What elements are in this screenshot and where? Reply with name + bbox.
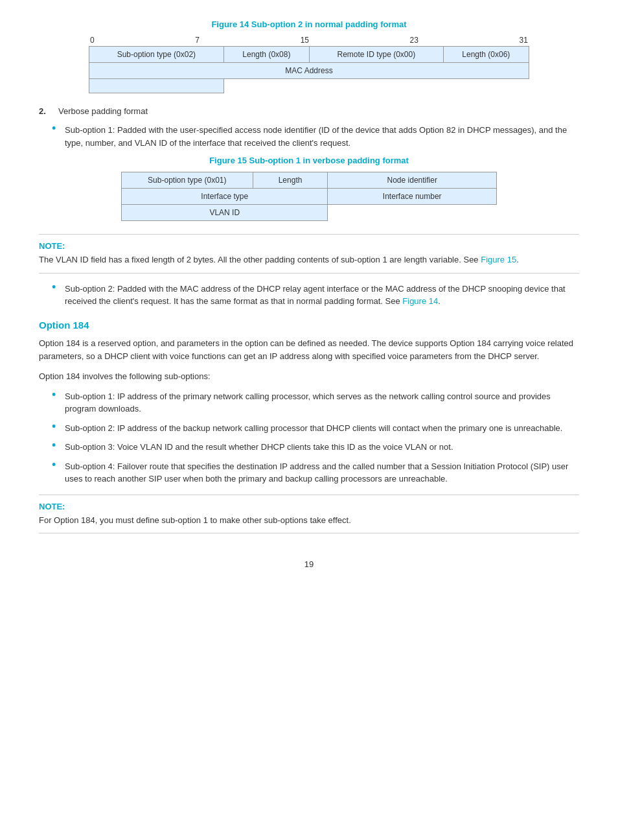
- fig14-row2: MAC Address: [89, 63, 529, 79]
- figure15-title: Figure 15 Sub-option 1 in verbose paddin…: [39, 156, 579, 165]
- figure14-ruler: 0 7 15 23 31: [89, 36, 529, 45]
- bullet-184-2-text: Sub-option 2: IP address of the backup n…: [65, 422, 579, 435]
- fig14-mac-cell: MAC Address: [89, 63, 529, 79]
- bullet-dot-184-3: •: [52, 439, 61, 451]
- bullet-suboption184-1: • Sub-option 1: IP address of the primar…: [39, 390, 579, 415]
- numbered-item-2: 2. Verbose padding format: [39, 106, 579, 116]
- fig14-row1: Sub-option type (0x02) Length (0x08) Rem…: [89, 47, 529, 63]
- bullet-dot-184-4: •: [52, 459, 61, 471]
- bullet-verbose-text: Sub-option 1: Padded with the user-speci…: [65, 124, 579, 149]
- note2-label: NOTE:: [39, 502, 579, 511]
- bullet-dot-184-2: •: [52, 421, 61, 432]
- figure14-wrap: 0 7 15 23 31 Sub-option type (0x02) Leng…: [89, 36, 529, 93]
- note1-label: NOTE:: [39, 241, 579, 251]
- figure14-table: Sub-option type (0x02) Length (0x08) Rem…: [89, 46, 529, 93]
- item2-text: Verbose padding format: [58, 106, 148, 116]
- figure14-title: Figure 14 Sub-option 2 in normal padding…: [39, 19, 579, 29]
- fig15-row2: Interface type Interface number: [122, 189, 497, 205]
- fig15-row3: VLAN ID: [122, 205, 497, 221]
- bullet-suboption2-text: Sub-option 2: Padded with the MAC addres…: [65, 283, 579, 308]
- note1-link[interactable]: Figure 15: [481, 255, 516, 264]
- bullet-suboption184-2: • Sub-option 2: IP address of the backup…: [39, 422, 579, 435]
- fig15-cell-iftype: Interface type: [122, 189, 328, 205]
- ruler-label-15: 15: [301, 36, 309, 45]
- bullet-suboption184-3: • Sub-option 3: Voice VLAN ID and the re…: [39, 441, 579, 454]
- bullet-184-3-text: Sub-option 3: Voice VLAN ID and the resu…: [65, 441, 579, 454]
- bullet-dot-2: •: [52, 281, 61, 293]
- bullet-dot-verbose: •: [52, 122, 61, 134]
- option184-para1: Option 184 is a reserved option, and par…: [39, 337, 579, 364]
- fig14-cell-subopt: Sub-option type (0x02): [89, 47, 224, 63]
- fig15-cell-node: Node identifier: [328, 172, 497, 189]
- fig14-cell-remote: Remote ID type (0x00): [310, 47, 444, 63]
- ruler-label-7: 7: [195, 36, 200, 45]
- fig14-partial-cell: [89, 79, 224, 93]
- figure14-section: Figure 14 Sub-option 2 in normal padding…: [39, 19, 579, 93]
- fig15-cell-subopt: Sub-option type (0x01): [122, 172, 253, 189]
- fig15-cell-vlan: VLAN ID: [122, 205, 328, 221]
- figure15-table: Sub-option type (0x01) Length Node ident…: [121, 172, 497, 221]
- note2-text: For Option 184, you must define sub-opti…: [39, 514, 579, 527]
- fig15-empty: [328, 205, 497, 221]
- item2-number: 2.: [39, 106, 58, 116]
- note-box-1: NOTE: The VLAN ID field has a fixed leng…: [39, 234, 579, 274]
- fig15-cell-ifnum: Interface number: [328, 189, 497, 205]
- fig14-row3: [89, 79, 529, 93]
- ruler-label-0: 0: [90, 36, 95, 45]
- bullet-suboption184-4: • Sub-option 4: Failover route that spec…: [39, 460, 579, 485]
- option184-para2: Option 184 involves the following sub-op…: [39, 370, 579, 384]
- ruler-label-23: 23: [410, 36, 418, 45]
- fig15-cell-len: Length: [253, 172, 328, 189]
- fig15-row1: Sub-option type (0x01) Length Node ident…: [122, 172, 497, 189]
- bullet-dot-184-1: •: [52, 389, 61, 401]
- fig14-empty: [223, 79, 529, 93]
- page-number: 19: [39, 559, 579, 569]
- note-box-2: NOTE: For Option 184, you must define su…: [39, 495, 579, 534]
- bullet-verbose: • Sub-option 1: Padded with the user-spe…: [39, 124, 579, 149]
- fig14-cell-len2: Length (0x06): [443, 47, 529, 63]
- figure15-section: Figure 15 Sub-option 1 in verbose paddin…: [39, 156, 579, 221]
- fig14-link[interactable]: Figure 14: [402, 296, 438, 306]
- option184-heading: Option 184: [39, 320, 579, 331]
- bullet-suboption2: • Sub-option 2: Padded with the MAC addr…: [39, 283, 579, 308]
- bullet-184-4-text: Sub-option 4: Failover route that specif…: [65, 460, 579, 485]
- bullet-184-1-text: Sub-option 1: IP address of the primary …: [65, 390, 579, 415]
- ruler-label-31: 31: [520, 36, 528, 45]
- note1-text: The VLAN ID field has a fixed length of …: [39, 253, 579, 266]
- figure15-wrap: Sub-option type (0x01) Length Node ident…: [121, 172, 497, 221]
- fig14-cell-len: Length (0x08): [223, 47, 309, 63]
